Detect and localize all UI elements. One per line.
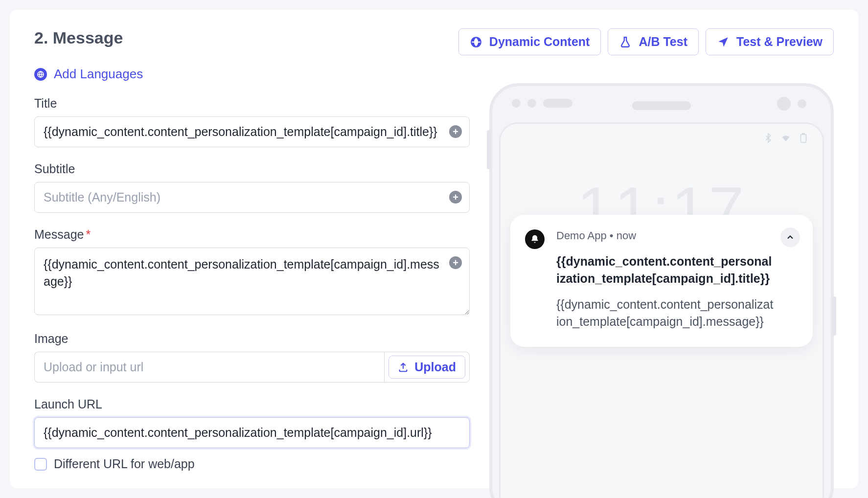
bell-icon (530, 234, 540, 244)
subtitle-label: Subtitle (34, 162, 470, 176)
phone-top-bar (499, 96, 824, 115)
subtitle-insert-icon[interactable]: + (449, 191, 462, 204)
phone-speaker-icon (632, 101, 691, 110)
message-label-text: Message (34, 227, 84, 241)
launch-url-input[interactable] (34, 417, 470, 448)
different-url-label: Different URL for web/app (54, 457, 195, 471)
title-insert-icon[interactable]: + (449, 125, 462, 138)
message-textarea[interactable] (34, 248, 470, 315)
notification-meta: Demo App • now (556, 229, 774, 242)
phone-camera-icon (777, 97, 791, 111)
image-label: Image (34, 332, 470, 346)
phone-screen: 11:17 Demo App • now {{dynamic_content.c… (499, 122, 824, 498)
message-label: Message* (34, 227, 470, 242)
title-input[interactable] (34, 116, 470, 147)
svg-rect-3 (802, 134, 804, 135)
upload-button[interactable]: Upload (388, 356, 465, 379)
globe-icon (470, 36, 482, 48)
upload-label: Upload (414, 360, 456, 374)
image-upload-wrap: Upload (384, 352, 470, 383)
svg-rect-2 (801, 135, 806, 143)
upload-icon (398, 362, 409, 373)
subtitle-input[interactable] (34, 182, 470, 213)
wifi-icon (780, 133, 791, 143)
phone-frame: 11:17 Demo App • now {{dynamic_content.c… (489, 83, 834, 498)
battery-icon (798, 133, 809, 143)
title-label: Title (34, 96, 470, 111)
bluetooth-icon (763, 133, 774, 143)
form-column: Add Languages Title + Subtitle + Message… (34, 29, 470, 488)
notification-expand-button[interactable] (780, 227, 800, 247)
chevron-up-icon (785, 232, 795, 242)
phone-side-button-left (487, 130, 491, 169)
message-card: 2. Message Dynamic Content A/B Test Test… (10, 10, 858, 488)
notification-title: {{dynamic_content.content_personalizatio… (556, 253, 774, 287)
launch-url-label: Launch URL (34, 397, 470, 411)
add-languages-link[interactable]: Add Languages (34, 67, 143, 82)
different-url-checkbox[interactable] (34, 458, 47, 471)
phone-dot-icon (527, 99, 536, 108)
section-title: 2. Message (34, 28, 123, 47)
preview-column: 11:17 Demo App • now {{dynamic_content.c… (489, 29, 834, 488)
globe-small-icon (34, 68, 47, 81)
message-insert-icon[interactable]: + (449, 256, 462, 269)
required-asterisk: * (86, 227, 91, 241)
status-icons (763, 133, 809, 143)
phone-dot-icon (798, 99, 806, 108)
phone-side-button-right (832, 296, 836, 336)
image-url-input[interactable] (34, 352, 384, 383)
phone-dot-icon (512, 99, 521, 108)
notification-message: {{dynamic_content.content_personalizatio… (556, 296, 774, 330)
notification-card: Demo App • now {{dynamic_content.content… (510, 215, 813, 347)
notification-app-icon (525, 229, 545, 249)
add-languages-label: Add Languages (54, 67, 143, 82)
phone-pill-icon (543, 99, 572, 108)
